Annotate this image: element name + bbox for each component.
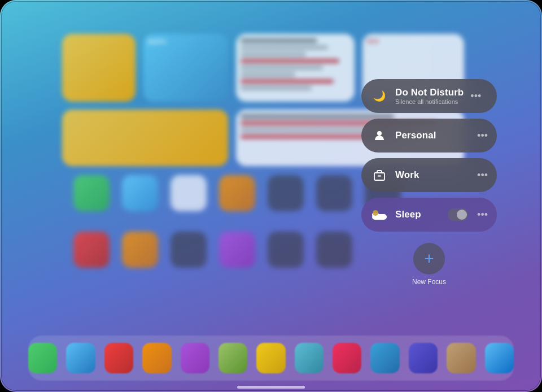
- widget-yellow: [62, 34, 136, 102]
- app-messages: [73, 175, 110, 211]
- dock-app2[interactable]: [333, 343, 361, 373]
- sleep-more-icon[interactable]: •••: [477, 209, 488, 221]
- app-notes: [219, 175, 255, 211]
- app-dark2: [316, 175, 352, 211]
- sleep-toggle-knob: [457, 210, 467, 220]
- focus-sleep[interactable]: Sleep •••: [361, 198, 497, 232]
- dock-app3[interactable]: [370, 343, 399, 373]
- dock-app6[interactable]: [485, 343, 514, 373]
- dnd-more-icon[interactable]: •••: [470, 90, 481, 102]
- new-focus-label: New Focus: [412, 278, 446, 286]
- personal-more-icon[interactable]: •••: [477, 130, 488, 142]
- dock-messages[interactable]: [28, 343, 57, 373]
- sleep-toggle[interactable]: [448, 208, 468, 221]
- svg-point-5: [373, 210, 378, 216]
- moon-icon: 🌙: [370, 87, 388, 105]
- plus-icon: +: [424, 250, 434, 267]
- personal-label: Personal: [395, 130, 470, 141]
- widget-notes-yellow: [62, 110, 228, 166]
- new-focus-button[interactable]: + New Focus: [412, 243, 446, 286]
- new-focus-circle: +: [413, 243, 445, 275]
- icon-row-2: [73, 232, 352, 268]
- widget-blue: MAPS: [143, 34, 228, 102]
- focus-work[interactable]: Work •••: [361, 158, 497, 192]
- icon-row-1: [73, 175, 401, 211]
- focus-panel: 🌙 Do Not Disturb Silence all notificatio…: [361, 79, 497, 286]
- dock-app4[interactable]: [409, 343, 438, 373]
- app-files: [171, 175, 207, 211]
- sleep-icon: [370, 206, 388, 224]
- app-dark6: [316, 232, 352, 268]
- dock-twitter[interactable]: [66, 343, 95, 373]
- dock-safari[interactable]: [142, 343, 171, 373]
- dock-facetime[interactable]: [218, 343, 247, 373]
- focus-do-not-disturb[interactable]: 🌙 Do Not Disturb Silence all notificatio…: [361, 79, 497, 113]
- app-red: [73, 232, 110, 268]
- home-indicator[interactable]: [237, 386, 305, 389]
- work-more-icon[interactable]: •••: [477, 169, 488, 181]
- dock-app5[interactable]: [447, 343, 475, 373]
- app-dark5: [268, 232, 304, 268]
- svg-rect-2: [378, 175, 381, 177]
- dnd-label: Do Not Disturb: [395, 87, 464, 98]
- person-icon: [370, 127, 388, 145]
- focus-personal[interactable]: Personal •••: [361, 119, 497, 153]
- dock-app1[interactable]: [295, 343, 324, 373]
- sleep-label: Sleep: [395, 209, 441, 220]
- dnd-sublabel: Silence all notifications: [395, 98, 464, 105]
- dock-photos[interactable]: [181, 343, 209, 373]
- app-dark1: [268, 175, 304, 211]
- ipad-screen: MAPS NOV: [0, 0, 542, 392]
- dock-youtube[interactable]: [104, 343, 133, 373]
- widget-notes: [236, 34, 355, 102]
- work-icon: [370, 166, 388, 184]
- dock: [28, 336, 514, 381]
- app-onedrive: [122, 175, 158, 211]
- app-dark4: [171, 232, 207, 268]
- app-orange: [122, 232, 158, 268]
- work-label: Work: [395, 169, 470, 181]
- app-purple: [219, 232, 255, 268]
- dock-notes[interactable]: [256, 343, 285, 373]
- svg-point-0: [377, 131, 382, 136]
